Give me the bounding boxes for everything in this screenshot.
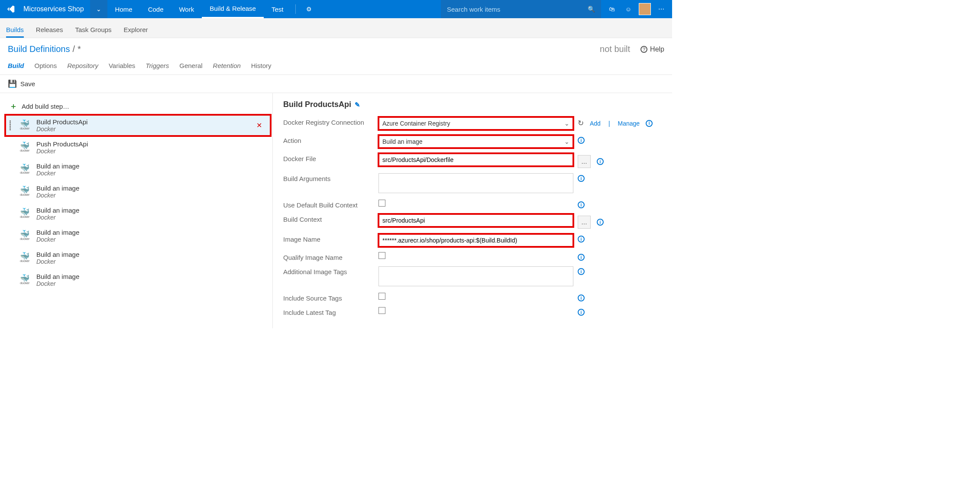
select-action-value: Build an image bbox=[382, 138, 423, 145]
subnav-builds[interactable]: Builds bbox=[6, 26, 24, 38]
build-step[interactable]: 🐳dockerBuild an imageDocker✕ bbox=[5, 247, 271, 269]
step-editor-title: Build ProductsApi ✎ bbox=[283, 100, 662, 109]
status-label: not built bbox=[600, 44, 630, 54]
tab-history[interactable]: History bbox=[251, 60, 272, 71]
input-imagename[interactable] bbox=[378, 234, 573, 247]
step-subtitle: Docker bbox=[36, 236, 251, 243]
step-title: Build an image bbox=[36, 162, 251, 170]
chevron-down-icon: ⌄ bbox=[96, 6, 101, 13]
nav-build-release[interactable]: Build & Release bbox=[202, 0, 264, 18]
chevron-down-icon: ⌄ bbox=[564, 138, 569, 145]
plus-icon: ＋ bbox=[10, 101, 17, 111]
step-title: Push ProductsApi bbox=[36, 140, 251, 148]
help-icon: ? bbox=[640, 46, 647, 53]
tab-general[interactable]: General bbox=[179, 60, 202, 71]
browse-dockerfile[interactable]: … bbox=[578, 155, 591, 168]
checkbox-defaultctx[interactable] bbox=[378, 200, 385, 207]
docker-icon: 🐳docker bbox=[18, 142, 31, 152]
floppy-icon: 💾 bbox=[8, 79, 17, 88]
docker-icon: 🐳docker bbox=[18, 275, 31, 285]
label-action: Action bbox=[283, 135, 378, 144]
project-dropdown[interactable]: ⌄ bbox=[90, 0, 107, 18]
tab-options[interactable]: Options bbox=[35, 60, 57, 71]
nav-code[interactable]: Code bbox=[140, 0, 171, 18]
tab-repository[interactable]: Repository bbox=[67, 60, 98, 71]
input-tags[interactable] bbox=[378, 266, 573, 286]
info-icon[interactable]: i bbox=[646, 120, 653, 127]
info-icon[interactable]: i bbox=[578, 175, 585, 182]
step-title: Build an image bbox=[36, 273, 251, 280]
link-add[interactable]: Add bbox=[590, 120, 601, 127]
build-step[interactable]: 🐳dockerBuild an imageDocker✕ bbox=[5, 181, 271, 202]
search-icon[interactable]: 🔍 bbox=[588, 6, 595, 13]
help-button[interactable]: ? Help bbox=[640, 45, 664, 53]
checkbox-srctags[interactable] bbox=[378, 293, 385, 300]
breadcrumb-sep: / bbox=[70, 44, 78, 54]
nav-work[interactable]: Work bbox=[171, 0, 202, 18]
label-tags: Additional Image Tags bbox=[283, 266, 378, 275]
subnav-explorer[interactable]: Explorer bbox=[124, 26, 148, 38]
help-label: Help bbox=[650, 45, 664, 53]
label-qualify: Qualify Image Name bbox=[283, 252, 378, 261]
tab-triggers[interactable]: Triggers bbox=[146, 60, 169, 71]
step-subtitle: Docker bbox=[36, 214, 251, 221]
build-step[interactable]: 🐳dockerBuild an imageDocker✕ bbox=[5, 159, 271, 180]
tab-variables[interactable]: Variables bbox=[109, 60, 135, 71]
build-step[interactable]: 🐳dockerBuild an imageDocker✕ bbox=[5, 225, 271, 246]
add-step-label: Add build step… bbox=[22, 103, 69, 110]
subnav-task-groups[interactable]: Task Groups bbox=[75, 26, 111, 38]
subnav-releases[interactable]: Releases bbox=[36, 26, 63, 38]
smile-icon[interactable]: ☺ bbox=[621, 0, 636, 18]
info-icon[interactable]: i bbox=[578, 309, 585, 316]
info-icon[interactable]: i bbox=[597, 219, 604, 226]
select-action[interactable]: Build an image ⌄ bbox=[378, 135, 573, 148]
search-container: 🔍 bbox=[441, 0, 601, 18]
info-icon[interactable]: i bbox=[578, 137, 585, 144]
info-icon[interactable]: i bbox=[578, 201, 585, 208]
chevron-down-icon: ⌄ bbox=[564, 120, 569, 127]
checkbox-qualify[interactable] bbox=[378, 252, 385, 259]
breadcrumb-link[interactable]: Build Definitions bbox=[8, 44, 70, 54]
add-build-step[interactable]: ＋ Add build step… bbox=[5, 98, 271, 114]
build-step[interactable]: 🐳dockerBuild an imageDocker✕ bbox=[5, 269, 271, 291]
tab-build[interactable]: Build bbox=[8, 60, 24, 71]
info-icon[interactable]: i bbox=[578, 236, 585, 243]
step-subtitle: Docker bbox=[36, 280, 251, 287]
info-icon[interactable]: i bbox=[597, 158, 604, 165]
ellipsis-icon[interactable]: ⋯ bbox=[654, 0, 669, 18]
search-input[interactable] bbox=[447, 6, 588, 13]
save-button[interactable]: 💾 Save bbox=[8, 79, 35, 88]
build-step[interactable]: 🐳dockerBuild an imageDocker✕ bbox=[5, 203, 271, 224]
link-manage[interactable]: Manage bbox=[618, 120, 640, 127]
delete-step-icon[interactable]: ✕ bbox=[256, 121, 266, 129]
nav-test[interactable]: Test bbox=[264, 0, 291, 18]
drag-handle-icon[interactable] bbox=[10, 120, 13, 130]
tab-retention[interactable]: Retention bbox=[213, 60, 241, 71]
select-registry[interactable]: Azure Container Registry ⌄ bbox=[378, 117, 573, 130]
label-defaultctx: Use Default Build Context bbox=[283, 200, 378, 209]
input-buildargs[interactable] bbox=[378, 173, 573, 193]
step-subtitle: Docker bbox=[36, 192, 251, 199]
project-name[interactable]: Microservices Shop bbox=[22, 5, 90, 13]
step-subtitle: Docker bbox=[36, 126, 251, 133]
info-icon[interactable]: i bbox=[578, 254, 585, 261]
build-step[interactable]: 🐳dockerBuild ProductsApiDocker✕ bbox=[5, 115, 271, 136]
input-buildctx[interactable] bbox=[378, 214, 573, 227]
label-registry: Docker Registry Connection bbox=[283, 117, 378, 126]
info-icon[interactable]: i bbox=[578, 268, 585, 275]
nav-home[interactable]: Home bbox=[107, 0, 140, 18]
browse-buildctx[interactable]: … bbox=[578, 216, 591, 229]
link-sep: | bbox=[607, 120, 612, 127]
build-step[interactable]: 🐳dockerPush ProductsApiDocker✕ bbox=[5, 137, 271, 158]
select-registry-value: Azure Container Registry bbox=[382, 120, 450, 127]
refresh-icon[interactable]: ↻ bbox=[578, 119, 584, 128]
save-label: Save bbox=[20, 80, 35, 87]
avatar[interactable] bbox=[637, 0, 652, 18]
input-dockerfile[interactable] bbox=[378, 153, 573, 166]
shop-icon[interactable]: 🛍 bbox=[605, 0, 619, 18]
pencil-icon[interactable]: ✎ bbox=[355, 101, 360, 109]
checkbox-latest[interactable] bbox=[378, 307, 385, 314]
gear-icon[interactable]: ⚙ bbox=[300, 6, 318, 13]
step-title-text: Build ProductsApi bbox=[283, 100, 351, 109]
info-icon[interactable]: i bbox=[578, 294, 585, 301]
